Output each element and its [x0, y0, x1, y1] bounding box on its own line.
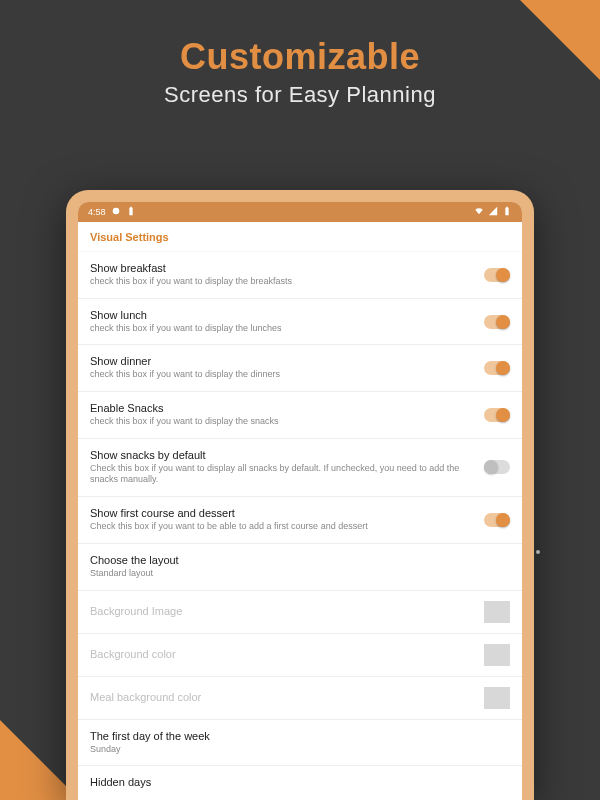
setting-text: Enable Snackscheck this box if you want … [90, 402, 474, 428]
setting-title: Enable Snacks [90, 402, 474, 414]
setting-row[interactable]: Background Image [78, 591, 522, 634]
tablet-button [536, 550, 540, 554]
toggle-switch[interactable] [484, 361, 510, 375]
promo-subtitle: Screens for Easy Planning [0, 82, 600, 108]
setting-title: Show lunch [90, 309, 474, 321]
setting-subtitle: check this box if you want to display th… [90, 323, 474, 335]
alarm-icon [111, 206, 121, 218]
setting-row[interactable]: Enable Snackscheck this box if you want … [78, 392, 522, 439]
setting-text: Hidden days [90, 776, 510, 790]
setting-title: The first day of the week [90, 730, 510, 742]
color-swatch[interactable] [484, 601, 510, 623]
color-swatch[interactable] [484, 644, 510, 666]
toggle-switch[interactable] [484, 268, 510, 282]
promo-header: Customizable Screens for Easy Planning [0, 0, 600, 108]
setting-title: Show snacks by default [90, 449, 474, 461]
setting-text: Show lunchcheck this box if you want to … [90, 309, 474, 335]
battery-saver-icon [126, 206, 136, 218]
setting-title: Background color [90, 648, 474, 660]
toggle-switch[interactable] [484, 460, 510, 474]
toggle-knob [496, 268, 510, 282]
setting-title: Hidden days [90, 776, 510, 788]
app-bar: Visual Settings [78, 222, 522, 252]
setting-text: Show snacks by defaultCheck this box if … [90, 449, 474, 486]
signal-icon [488, 206, 498, 218]
status-bar: 4:58 [78, 202, 522, 222]
toggle-knob [496, 408, 510, 422]
battery-icon [502, 206, 512, 218]
setting-subtitle: Standard layout [90, 568, 510, 580]
setting-row[interactable]: Choose the layoutStandard layout [78, 544, 522, 591]
setting-row[interactable]: Meal background color [78, 677, 522, 720]
tablet-frame: 4:58 Visual Setti [66, 190, 534, 800]
setting-row[interactable]: Hidden days [78, 766, 522, 800]
setting-row[interactable]: Show first course and dessertCheck this … [78, 497, 522, 544]
color-swatch[interactable] [484, 687, 510, 709]
setting-text: Meal background color [90, 691, 474, 705]
status-time: 4:58 [88, 207, 106, 217]
setting-subtitle: check this box if you want to display th… [90, 276, 474, 288]
wifi-icon [474, 206, 484, 218]
screen-title: Visual Settings [90, 231, 169, 243]
setting-text: Show first course and dessertCheck this … [90, 507, 474, 533]
setting-text: Choose the layoutStandard layout [90, 554, 510, 580]
setting-row[interactable]: Show snacks by defaultCheck this box if … [78, 439, 522, 497]
tablet-screen: 4:58 Visual Setti [78, 202, 522, 800]
setting-title: Show first course and dessert [90, 507, 474, 519]
setting-subtitle: check this box if you want to display th… [90, 416, 474, 428]
setting-subtitle: Check this box if you want to display al… [90, 463, 474, 486]
setting-row[interactable]: Show breakfastcheck this box if you want… [78, 252, 522, 299]
toggle-switch[interactable] [484, 315, 510, 329]
setting-subtitle: Check this box if you want to be able to… [90, 521, 474, 533]
setting-subtitle: Sunday [90, 744, 510, 756]
toggle-knob [484, 460, 498, 474]
toggle-knob [496, 361, 510, 375]
setting-title: Choose the layout [90, 554, 510, 566]
setting-title: Background Image [90, 605, 474, 617]
setting-subtitle: check this box if you want to display th… [90, 369, 474, 381]
setting-text: Background Image [90, 605, 474, 619]
toggle-knob [496, 315, 510, 329]
toggle-switch[interactable] [484, 513, 510, 527]
setting-text: Background color [90, 648, 474, 662]
setting-row[interactable]: The first day of the weekSunday [78, 720, 522, 767]
settings-list[interactable]: Show breakfastcheck this box if you want… [78, 252, 522, 800]
setting-row[interactable]: Show dinnercheck this box if you want to… [78, 345, 522, 392]
promo-title: Customizable [0, 36, 600, 78]
setting-title: Show dinner [90, 355, 474, 367]
decorative-corner-top-right [520, 0, 600, 80]
toggle-switch[interactable] [484, 408, 510, 422]
setting-text: The first day of the weekSunday [90, 730, 510, 756]
setting-row[interactable]: Show lunchcheck this box if you want to … [78, 299, 522, 346]
setting-title: Meal background color [90, 691, 474, 703]
toggle-knob [496, 513, 510, 527]
setting-text: Show dinnercheck this box if you want to… [90, 355, 474, 381]
setting-text: Show breakfastcheck this box if you want… [90, 262, 474, 288]
setting-title: Show breakfast [90, 262, 474, 274]
setting-row[interactable]: Background color [78, 634, 522, 677]
